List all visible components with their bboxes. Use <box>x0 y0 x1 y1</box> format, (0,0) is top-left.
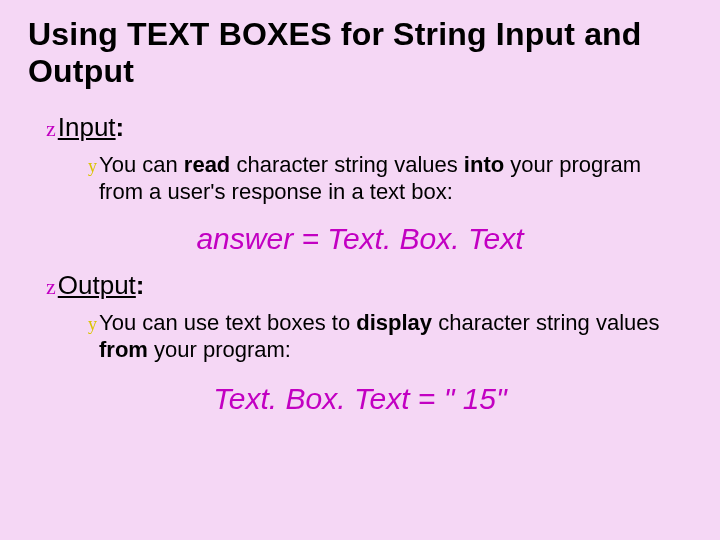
t: character string values <box>230 152 464 177</box>
bullet-z-icon: z <box>46 276 56 298</box>
t: display <box>356 310 432 335</box>
t: your program: <box>148 337 291 362</box>
section-output-body: y You can use text boxes to display char… <box>88 309 668 364</box>
slide-title: Using TEXT BOXES for String Input and Ou… <box>28 16 692 90</box>
bullet-z-icon: z <box>46 118 56 140</box>
section-input-colon: : <box>116 112 125 142</box>
section-output-header: z Output: <box>46 270 692 301</box>
section-input-body: y You can read character string values i… <box>88 151 668 206</box>
output-code-line: Text. Box. Text = " 15" <box>28 382 692 416</box>
output-body-text: You can use text boxes to display charac… <box>99 309 668 364</box>
t: read <box>184 152 230 177</box>
slide: Using TEXT BOXES for String Input and Ou… <box>0 0 720 416</box>
input-body-text: You can read character string values int… <box>99 151 668 206</box>
bullet-y-icon: y <box>88 157 97 175</box>
section-output-colon: : <box>136 270 145 300</box>
t: from <box>99 337 148 362</box>
section-input-header: z Input: <box>46 112 692 143</box>
bullet-y-icon: y <box>88 315 97 333</box>
t: into <box>464 152 504 177</box>
t: character string values <box>432 310 659 335</box>
input-code-line: answer = Text. Box. Text <box>28 222 692 256</box>
section-input-label: Input: <box>58 112 125 143</box>
t: You can use text boxes to <box>99 310 356 335</box>
section-output-underline: Output <box>58 270 136 300</box>
section-input-underline: Input <box>58 112 116 142</box>
section-output-label: Output: <box>58 270 145 301</box>
t: You can <box>99 152 184 177</box>
